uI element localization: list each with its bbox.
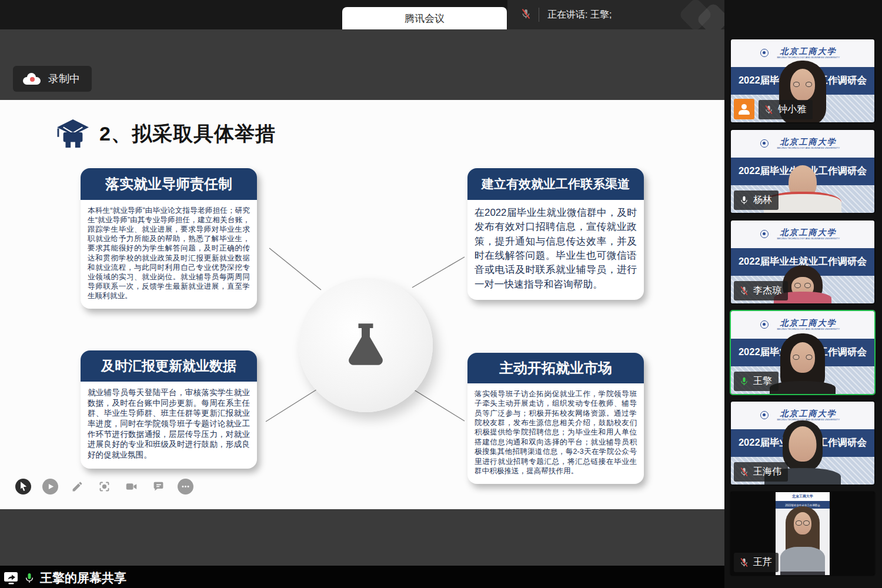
info-box-data-reporting: 及时汇报更新就业数据 就业辅导员每天登陆平台，审核落实学生就业数据，及时在台账中…: [81, 350, 257, 469]
participant-tile[interactable]: 北京工商大学 BEIJING TECHNOLOGY AND BUSINESS U…: [730, 38, 876, 123]
info-box-mentor-responsibility: 落实就业导师责任制 本科生“就业导师”由毕业论文指导老师担任；研究生“就业导师”…: [81, 168, 257, 309]
participant-nametag: 王擎: [734, 372, 779, 391]
play-icon[interactable]: [42, 479, 58, 495]
active-mic-icon: [24, 572, 35, 584]
university-name-en: BEIJING TECHNOLOGY AND BUSINESS UNIVERSI…: [777, 56, 840, 59]
divider: [539, 8, 539, 22]
participant-tile[interactable]: 北京工商大学 BEIJING TECHNOLOGY AND BUSINESS U…: [730, 129, 876, 214]
info-box-body: 本科生“就业导师”由毕业论文指导老师担任；研究生“就业导师”由其专业导师担任，建…: [81, 200, 257, 309]
pencil-icon[interactable]: [69, 479, 85, 495]
cursor-icon[interactable]: [15, 479, 31, 495]
mic-icon-speaking: [739, 376, 749, 386]
university-name-en: BEIJING TECHNOLOGY AND BUSINESS UNIVERSI…: [777, 328, 840, 330]
participant-name: 王擎: [753, 375, 772, 387]
university-seal-icon: [760, 411, 769, 419]
more-icon[interactable]: [178, 479, 193, 495]
info-box-contact-channels: 建立有效就业工作联系渠道 在2022届毕业生就业微信群中，及时发布有效对口招聘信…: [467, 168, 644, 300]
participant-nametag: 杨林: [734, 191, 779, 210]
participant-name: 王芹: [753, 556, 772, 569]
participant-nametag: 王海伟: [734, 462, 788, 482]
mic-icon: [764, 105, 774, 115]
mic-icon: [739, 195, 749, 205]
participant-name: 王海伟: [753, 466, 781, 478]
chat-icon[interactable]: [151, 479, 166, 495]
muted-mic-icon: [520, 8, 532, 22]
university-seal-icon: [760, 139, 769, 148]
info-box-body: 就业辅导员每天登陆平台，审核落实学生就业数据，及时在台账中同步更新。每周在系主任…: [81, 382, 257, 469]
university-seal-icon: [760, 49, 769, 57]
annotation-toolbar: [15, 479, 193, 495]
info-box-header: 落实就业导师责任制: [81, 168, 257, 200]
vb-banner-text: 2022届毕业生就业工作调研会: [739, 165, 867, 178]
participant-nametag: 李杰琼: [734, 281, 788, 300]
participant-nametag: 钟小雅: [759, 100, 813, 119]
mic-icon: [739, 467, 749, 477]
participant-name: 钟小雅: [778, 103, 806, 116]
university-name: 北京工商大学: [780, 47, 837, 55]
participant-tile[interactable]: 北京工商大学 BEIJING TECHNOLOGY AND BUSINESS U…: [730, 219, 876, 305]
recording-badge[interactable]: 录制中: [13, 66, 92, 92]
info-box-body: 在2022届毕业生就业微信群中，及时发布有效对口招聘信息，宣传就业政策，提升通知…: [467, 200, 644, 300]
camera-icon[interactable]: [123, 479, 139, 495]
vb-banner-text: 2022届毕业生就业工作调研会: [739, 255, 867, 268]
vb-banner-text: 2022届毕业生就业工作调研会: [739, 346, 867, 359]
university-seal-icon: [760, 320, 769, 329]
screen-share-icon: [4, 572, 19, 584]
mic-icon: [739, 557, 749, 567]
info-box-header: 主动开拓就业市场: [467, 353, 644, 383]
vb-banner-text: 2022届毕业生就业工作调研会: [739, 74, 867, 87]
university-name: 北京工商大学: [780, 409, 837, 417]
person-icon: [738, 104, 751, 115]
participant-name: 杨林: [753, 194, 772, 206]
spotlight-icon[interactable]: [96, 479, 112, 495]
university-name: 北京工商大学: [780, 138, 837, 146]
vb-banner-text: 2022届毕业生就业工作调研会: [785, 503, 820, 506]
center-graphic-circle: [299, 278, 433, 412]
university-name-en: BEIJING TECHNOLOGY AND BUSINESS UNIVERSI…: [777, 419, 840, 421]
participant-tile[interactable]: 北京工商大学 BEIJING TECHNOLOGY AND BUSINESS U…: [730, 400, 876, 486]
slide-title-text: 2、拟采取具体举措: [99, 121, 276, 148]
university-name: 北京工商大学: [792, 494, 813, 499]
participant-tile-active-speaker[interactable]: 北京工商大学 BEIJING TECHNOLOGY AND BUSINESS U…: [730, 310, 876, 395]
share-banner-label: 王擎的屏幕共享: [40, 570, 126, 586]
university-seal-icon: [760, 230, 769, 238]
app-title-tab: 腾讯会议: [342, 7, 507, 29]
screen-share-banner: 王擎的屏幕共享: [4, 570, 126, 586]
host-badge: [734, 99, 754, 119]
flask-icon: [340, 319, 392, 371]
graduation-cap-icon: [56, 119, 90, 149]
speaking-label: 正在讲话: 王擎;: [547, 9, 612, 21]
info-box-header: 建立有效就业工作联系渠道: [467, 168, 644, 200]
participant-tile[interactable]: 北京工商大学 2022届毕业生就业工作调研会 王芹: [730, 491, 876, 576]
university-name: 北京工商大学: [780, 228, 837, 236]
bottom-strip: 王擎的屏幕共享: [0, 566, 724, 588]
participant-name: 李杰琼: [753, 285, 781, 297]
meeting-window: 腾讯会议 正在讲话: 王擎; — □ ✕ 录制中: [0, 0, 882, 588]
presentation-slide: 2、拟采取具体举措 落实就业导师责任制 本科生“就业导师”由毕业论文指导老师担任…: [0, 100, 724, 509]
info-box-job-market: 主动开拓就业市场 落实领导班子访企拓岗促就业工作，学院领导班子牵头主动开展走访，…: [467, 353, 644, 484]
participant-nametag: 王芹: [734, 553, 779, 572]
info-box-header: 及时汇报更新就业数据: [81, 350, 257, 382]
university-name: 北京工商大学: [780, 319, 837, 327]
shared-screen-stage: 录制中 2、拟采取具体举措: [0, 29, 724, 588]
university-name-en: BEIJING TECHNOLOGY AND BUSINESS UNIVERSI…: [777, 238, 840, 240]
info-box-body: 落实领导班子访企拓岗促就业工作，学院领导班子牵头主动开展走访，组织发动专任教师、…: [467, 383, 644, 484]
cloud-record-icon: [22, 73, 41, 85]
slide-title-row: 2、拟采取具体举措: [56, 119, 276, 149]
app-title: 腾讯会议: [405, 12, 445, 25]
recording-label: 录制中: [48, 72, 80, 86]
vb-banner-text: 2022届毕业生就业工作调研会: [739, 436, 867, 449]
mic-icon: [739, 286, 749, 296]
university-name-en: BEIJING TECHNOLOGY AND BUSINESS UNIVERSI…: [777, 147, 840, 149]
participants-sidebar: 北京工商大学 BEIJING TECHNOLOGY AND BUSINESS U…: [724, 0, 882, 588]
